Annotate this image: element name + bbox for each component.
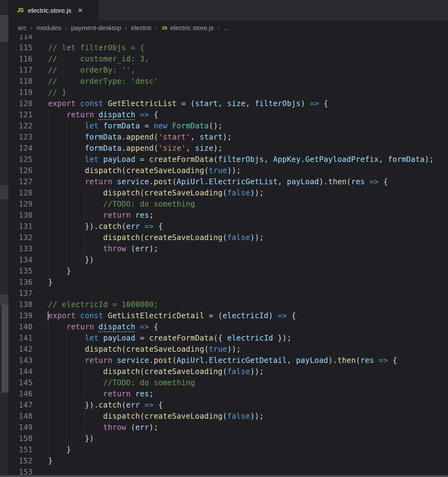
- code-line[interactable]: 118// orderType: 'desc': [8, 76, 448, 87]
- line-number[interactable]: 151: [8, 444, 33, 455]
- line-number[interactable]: 152: [8, 455, 33, 466]
- code-line[interactable]: 129 //TODO: do something: [8, 198, 448, 210]
- scrollbar-thumb[interactable]: [2, 305, 8, 393]
- code-line[interactable]: 151 }: [8, 444, 448, 455]
- line-number[interactable]: 133: [8, 243, 33, 254]
- line-number[interactable]: 143: [8, 355, 33, 366]
- code-line[interactable]: 136}: [8, 277, 448, 288]
- line-number[interactable]: 117: [8, 65, 33, 76]
- close-tab-icon[interactable]: ✕: [78, 7, 83, 14]
- code-line[interactable]: 121 return dispatch => {: [8, 109, 448, 120]
- indent-guide: [48, 232, 48, 243]
- breadcrumb-item[interactable]: modules: [36, 24, 61, 32]
- code-line[interactable]: 137: [8, 288, 448, 299]
- line-number[interactable]: 116: [8, 53, 33, 65]
- code-line[interactable]: 125 let payLoad = createFormData(filterO…: [8, 154, 448, 165]
- line-number[interactable]: 140: [8, 321, 33, 332]
- code-line[interactable]: 145 //TODO: do something: [8, 377, 448, 388]
- line-number[interactable]: 138: [8, 299, 33, 310]
- code-line[interactable]: 141 let payLoad = createFormData({ elect…: [8, 332, 448, 344]
- code-line[interactable]: 142 dispatch(createSaveLoading(true));: [8, 344, 448, 355]
- line-number[interactable]: 141: [8, 332, 33, 344]
- code-line[interactable]: 139export const GetListElectricDetail = …: [8, 310, 448, 321]
- code-line[interactable]: 143 return service.post(ApiUrl.ElectricG…: [8, 355, 448, 366]
- code-line[interactable]: 119// }: [8, 87, 448, 98]
- code-text: [33, 35, 448, 42]
- code-line[interactable]: 128 dispatch(createSaveLoading(false));: [8, 187, 448, 198]
- code-line[interactable]: 114: [8, 35, 448, 42]
- indent-guide: [48, 198, 48, 210]
- code-line[interactable]: 138// electricId = 1000000;: [8, 299, 448, 310]
- line-number[interactable]: 118: [8, 76, 33, 87]
- code-line[interactable]: 132 dispatch(createSaveLoading(false));: [8, 232, 448, 243]
- indent-guide: [66, 355, 67, 366]
- code-line[interactable]: 149 throw (err);: [8, 422, 448, 433]
- line-number[interactable]: 135: [8, 265, 33, 277]
- line-number[interactable]: 148: [8, 411, 33, 422]
- code-line[interactable]: 146 return res;: [8, 388, 448, 399]
- code-line[interactable]: 135 }: [8, 265, 448, 277]
- code-line[interactable]: 148 dispatch(createSaveLoading(false));: [8, 411, 448, 422]
- line-number[interactable]: 147: [8, 399, 33, 411]
- line-number[interactable]: 142: [8, 344, 33, 355]
- code-text: dispatch(createSaveLoading(false));: [33, 187, 448, 198]
- line-number[interactable]: 127: [8, 176, 33, 187]
- code-line[interactable]: 134 }): [8, 254, 448, 265]
- code-line[interactable]: 152}: [8, 455, 448, 466]
- line-number[interactable]: 137: [8, 288, 33, 299]
- line-number[interactable]: 136: [8, 277, 33, 288]
- indent-guide: [48, 321, 48, 332]
- indent-guide: [48, 154, 48, 165]
- breadcrumb-item[interactable]: electric: [131, 24, 152, 32]
- line-number[interactable]: 132: [8, 232, 33, 243]
- horizontal-scrollbar[interactable]: [0, 475, 448, 477]
- line-number[interactable]: 114: [8, 35, 33, 42]
- code-line[interactable]: 116// customer_id: 3,: [8, 53, 448, 65]
- code-line[interactable]: 150 }): [8, 433, 448, 444]
- line-number[interactable]: 149: [8, 422, 33, 433]
- line-number[interactable]: 128: [8, 187, 33, 198]
- code-line[interactable]: 130 return res;: [8, 210, 448, 221]
- code-line[interactable]: 131 }).catch(err => {: [8, 221, 448, 232]
- line-number[interactable]: 125: [8, 154, 33, 165]
- code-text: // orderType: 'desc': [33, 76, 448, 87]
- code-line[interactable]: 140 return dispatch => {: [8, 321, 448, 332]
- line-number[interactable]: 123: [8, 132, 33, 143]
- indent-guide: [66, 187, 67, 198]
- code-line[interactable]: 127 return service.post(ApiUrl.ElectricG…: [8, 176, 448, 187]
- code-line[interactable]: 133 throw (err);: [8, 243, 448, 254]
- line-number[interactable]: 129: [8, 198, 33, 210]
- code-line[interactable]: 120export const GetElectricList = (start…: [8, 98, 448, 109]
- breadcrumb-symbol-tail[interactable]: …: [224, 24, 230, 32]
- line-number[interactable]: 139: [8, 310, 33, 321]
- line-number[interactable]: 121: [8, 109, 33, 120]
- line-number[interactable]: 130: [8, 210, 33, 221]
- breadcrumb-file[interactable]: electric.store.js: [170, 24, 214, 32]
- breadcrumb-item[interactable]: payment-desktop: [71, 24, 121, 32]
- line-number[interactable]: 115: [8, 42, 33, 53]
- line-number[interactable]: 131: [8, 221, 33, 232]
- line-number[interactable]: 119: [8, 87, 33, 98]
- code-line[interactable]: 117// orderBy: '',: [8, 65, 448, 76]
- line-number[interactable]: 134: [8, 254, 33, 265]
- line-number[interactable]: 150: [8, 433, 33, 444]
- breadcrumb-item[interactable]: src: [18, 24, 26, 32]
- line-number[interactable]: 122: [8, 120, 33, 132]
- code-line[interactable]: 147 }).catch(err => {: [8, 399, 448, 411]
- line-number[interactable]: 124: [8, 143, 33, 154]
- indent-guide: [85, 232, 85, 243]
- code-line[interactable]: 124 formData.append('size', size);: [8, 143, 448, 154]
- code-line[interactable]: 122 let formData = new FormData();: [8, 120, 448, 132]
- line-number[interactable]: 146: [8, 388, 33, 399]
- line-number[interactable]: 144: [8, 366, 33, 377]
- line-number[interactable]: 120: [8, 98, 33, 109]
- indent-guide: [48, 344, 48, 355]
- tab-electric-store-js[interactable]: JS electric.store.js ✕: [8, 0, 98, 21]
- code-line[interactable]: 126 dispatch(createSaveLoading(true));: [8, 165, 448, 176]
- line-number[interactable]: 126: [8, 165, 33, 176]
- code-line[interactable]: 115// let filterObjs = {: [8, 42, 448, 53]
- line-number[interactable]: 145: [8, 377, 33, 388]
- code-line[interactable]: 144 dispatch(createSaveLoading(false));: [8, 366, 448, 377]
- code-line[interactable]: 123 formData.append('start', start);: [8, 132, 448, 143]
- code-editor[interactable]: 114115// let filterObjs = {116// custome…: [8, 35, 448, 477]
